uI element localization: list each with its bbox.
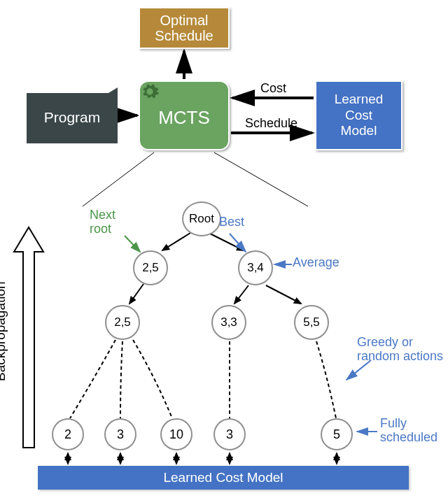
tree-leaf-a: 2 bbox=[52, 418, 84, 450]
optimal-schedule-box: Optimal Schedule bbox=[139, 7, 230, 49]
tree-node-l1-left: 2,5 bbox=[133, 250, 168, 285]
learned-cost-model-bar: Learned Cost Model bbox=[38, 466, 409, 490]
tree-node-l2-a: 2,5 bbox=[105, 305, 140, 340]
node-label: 5,5 bbox=[303, 315, 320, 329]
optimal-schedule-label: Optimal Schedule bbox=[155, 13, 213, 43]
svg-line-4 bbox=[83, 152, 154, 206]
tree-root: Root bbox=[182, 201, 221, 236]
annotation-greedy: Greedy or random actions bbox=[357, 336, 443, 364]
lcm-label: Learned Cost Model bbox=[335, 92, 384, 139]
tree-node-l1-right: 3,4 bbox=[238, 250, 273, 285]
program-box: Program bbox=[27, 87, 118, 143]
learned-cost-model-box: Learned Cost Model bbox=[315, 80, 402, 150]
node-label: 2,5 bbox=[142, 261, 159, 275]
tree-leaf-c: 10 bbox=[160, 418, 192, 450]
mcts-label: MCTS bbox=[158, 107, 210, 129]
annotation-next-root: Next root bbox=[90, 208, 115, 236]
leaf-label: 10 bbox=[169, 427, 183, 442]
edge-label-cost: Cost bbox=[260, 81, 286, 96]
node-label: 2,5 bbox=[114, 315, 131, 329]
annotation-backprop: Backpropagation bbox=[0, 281, 8, 381]
gear-icon bbox=[140, 82, 160, 101]
svg-line-8 bbox=[130, 284, 144, 304]
svg-line-7 bbox=[209, 233, 244, 250]
tree-node-l2-c: 5,5 bbox=[294, 305, 329, 340]
tree-leaf-d: 3 bbox=[214, 418, 246, 450]
node-label: 3,4 bbox=[247, 261, 264, 275]
svg-line-5 bbox=[214, 152, 308, 206]
leaf-label: 2 bbox=[64, 427, 71, 442]
leaf-label: 3 bbox=[117, 427, 124, 442]
svg-line-9 bbox=[234, 285, 248, 304]
annotation-fully: Fully scheduled bbox=[380, 417, 438, 445]
annotation-best: Best bbox=[219, 215, 244, 229]
svg-line-10 bbox=[266, 285, 301, 304]
mcts-box: MCTS bbox=[139, 80, 230, 150]
tree-leaf-e: 5 bbox=[321, 418, 353, 450]
node-label: 3,3 bbox=[220, 315, 237, 329]
leaf-label: 3 bbox=[226, 427, 233, 442]
tree-node-l2-b: 3,3 bbox=[211, 305, 246, 340]
tree-root-label: Root bbox=[189, 212, 214, 226]
tree-leaf-b: 3 bbox=[104, 418, 136, 450]
edge-label-schedule: Schedule bbox=[245, 116, 298, 131]
svg-line-6 bbox=[162, 233, 190, 250]
program-label: Program bbox=[44, 109, 101, 126]
leaf-label: 5 bbox=[333, 427, 340, 442]
annotation-average: Average bbox=[293, 256, 340, 270]
svg-line-15 bbox=[125, 236, 140, 252]
lcm-bottom-label: Learned Cost Model bbox=[163, 470, 283, 485]
svg-line-11 bbox=[230, 234, 246, 252]
